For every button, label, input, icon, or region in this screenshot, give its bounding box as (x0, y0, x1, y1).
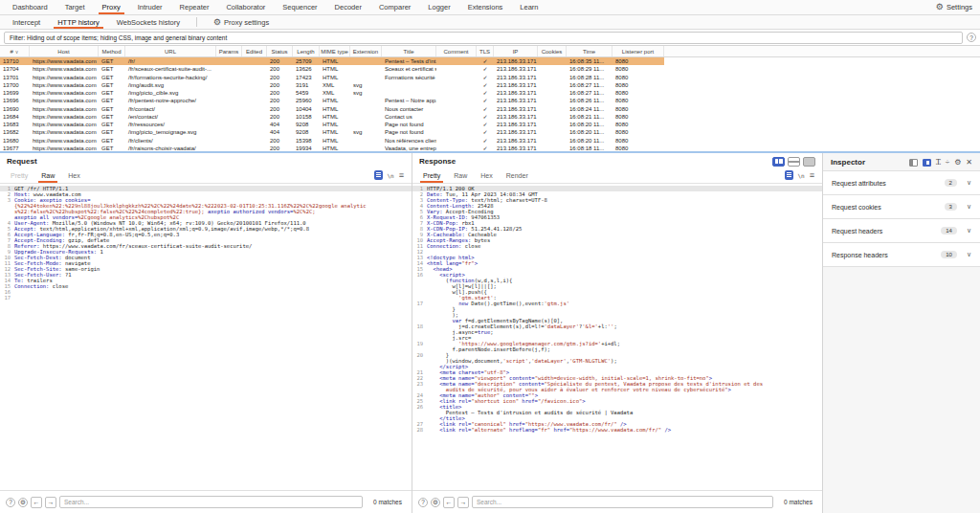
column-header-ip[interactable]: IP (494, 46, 538, 56)
inspector-close-icon[interactable]: ✕ (966, 159, 972, 167)
column-header-cookies[interactable]: Cookies (538, 46, 567, 56)
chevron-down-icon[interactable]: ∨ (967, 251, 971, 258)
history-row[interactable]: 13699https://www.vaadata.comGET/img/pict… (0, 89, 664, 97)
request-tab-pretty[interactable]: Pretty (4, 170, 34, 183)
search-help-icon[interactable]: ? (418, 498, 428, 507)
cell-mime-type: XML (320, 81, 350, 89)
column-header-length[interactable]: Length (293, 46, 320, 56)
history-row[interactable]: 13701https://www.vaadata.comGET/fr/forma… (0, 74, 664, 81)
layout-single-icon[interactable] (803, 157, 815, 167)
column-header-status[interactable]: Status (267, 46, 293, 56)
menu-tab-logger[interactable]: Logger (419, 0, 458, 14)
history-row[interactable]: 13696https://www.vaadata.comGET/fr/pente… (0, 97, 664, 104)
filter-box[interactable]: Filter: Hiding out of scope items; hidin… (4, 32, 963, 44)
menu-tab-extensions[interactable]: Extensions (459, 0, 512, 14)
subtab-http-history[interactable]: HTTP history (49, 15, 108, 29)
response-tab-pretty[interactable]: Pretty (416, 170, 447, 183)
menu-tab-proxy[interactable]: Proxy (94, 0, 129, 14)
search-next-icon[interactable]: → (45, 497, 56, 508)
menu-tab-intruder[interactable]: Intruder (129, 0, 171, 14)
show-newlines-icon[interactable]: \n (798, 172, 805, 179)
menu-tab-sequencer[interactable]: Sequencer (274, 0, 325, 14)
column-header-method[interactable]: Method (99, 46, 125, 56)
history-row[interactable]: 13683https://www.vaadata.comGET/fr/resso… (0, 121, 664, 128)
column-header-title[interactable]: Title (382, 46, 436, 56)
search-prev-icon[interactable]: ← (31, 497, 42, 508)
column-header-tls[interactable]: TLS (477, 46, 494, 56)
column-header-edited[interactable]: Edited (242, 46, 267, 56)
request-search-input[interactable] (59, 496, 363, 508)
response-editor[interactable]: 1HTTP/1.1 200 OK2Date: Tue, 11 Apr 2023 … (412, 184, 822, 490)
cell-method: GET (99, 74, 125, 81)
cell-#: 13704 (0, 65, 30, 73)
response-tab-raw[interactable]: Raw (447, 170, 474, 183)
menu-tab-dashboard[interactable]: Dashboard (4, 0, 56, 14)
request-search-matches: 0 matches (373, 499, 402, 505)
inspector-section-request-cookies[interactable]: Request cookies3∨ (823, 195, 980, 219)
menu-tab-target[interactable]: Target (56, 0, 94, 14)
cell-edited (242, 113, 267, 121)
filter-bar[interactable]: Filter: Hiding out of scope items; hidin… (0, 30, 980, 46)
chevron-down-icon[interactable]: ∨ (967, 179, 971, 187)
show-newlines-icon[interactable]: \n (388, 172, 394, 179)
menu-tab-decoder[interactable]: Decoder (326, 0, 370, 14)
cell-#: 13701 (0, 74, 30, 81)
cell-extension (350, 105, 382, 113)
proxy-settings-button[interactable]: ⚙ Proxy settings (205, 15, 278, 29)
column-header-url[interactable]: URL (125, 46, 216, 56)
request-editor[interactable]: 1GET /fr/ HTTP/1.12Host: www.vaadata.com… (0, 184, 412, 490)
search-next-icon[interactable]: → (457, 497, 469, 508)
history-row[interactable]: 13710https://www.vaadata.comGET/fr/20025… (0, 57, 664, 65)
cell-extension (350, 97, 382, 104)
history-row[interactable]: 13690https://www.vaadata.comGET/fr/conta… (0, 105, 664, 113)
inspector-view-left-icon[interactable] (909, 159, 918, 167)
column-header-params[interactable]: Params (216, 46, 242, 56)
subtab-intercept[interactable]: Intercept (4, 15, 49, 29)
menu-tab-repeater[interactable]: Repeater (171, 0, 218, 14)
request-tab-raw[interactable]: Raw (34, 170, 61, 183)
pretty-print-icon[interactable] (374, 170, 383, 180)
split-view-icon[interactable]: ÷ (946, 159, 949, 167)
chevron-down-icon[interactable]: ∨ (967, 203, 971, 211)
menu-tab-comparer[interactable]: Comparer (370, 0, 419, 14)
search-prev-icon[interactable]: ← (443, 497, 455, 508)
column-header-time[interactable]: Time (567, 46, 612, 56)
menu-tab-learn[interactable]: Learn (511, 0, 546, 14)
column-header-mime-type[interactable]: MIME type (320, 46, 350, 56)
history-row[interactable]: 13700https://www.vaadata.comGET/img/audi… (0, 81, 664, 89)
editor-menu-icon[interactable]: ≡ (810, 171, 814, 180)
layout-rows-icon[interactable] (788, 157, 800, 167)
history-row[interactable]: 13682https://www.vaadata.comGET/img/pict… (0, 128, 664, 136)
history-row[interactable]: 13680https://www.vaadata.comGET/fr/clien… (0, 137, 664, 145)
inspector-view-right-icon[interactable] (923, 159, 931, 167)
inspector-settings-icon[interactable]: ⚙ (954, 159, 961, 167)
cell-ip: 213.186.33.171 (494, 65, 538, 73)
history-row[interactable]: 13704https://www.vaadata.comGET/fr/sceau… (0, 65, 664, 73)
search-help-icon[interactable]: ? (6, 498, 15, 507)
text-width-icon[interactable]: Ɪ (936, 159, 941, 167)
column-header-host[interactable]: Host (30, 46, 99, 56)
column-header-#[interactable]: #∨ (0, 46, 30, 56)
inspector-section-request-headers[interactable]: Request headers14∨ (823, 219, 980, 243)
search-settings-icon[interactable]: ⚙ (431, 498, 440, 507)
response-tab-render[interactable]: Render (500, 170, 535, 183)
chevron-down-icon[interactable]: ∨ (967, 227, 971, 234)
inspector-section-request-attributes[interactable]: Request attributes2∨ (823, 171, 980, 195)
request-tab-hex[interactable]: Hex (61, 170, 86, 183)
settings-button[interactable]: ⚙ Settings (928, 0, 980, 14)
response-tab-hex[interactable]: Hex (474, 170, 499, 183)
filter-help-icon[interactable]: ? (967, 33, 976, 42)
column-header-comment[interactable]: Comment (436, 46, 477, 56)
menu-tab-collaborator[interactable]: Collaborator (217, 0, 274, 14)
history-row[interactable]: 13677https://www.vaadata.comGET/fr/raiso… (0, 145, 664, 151)
inspector-section-response-headers[interactable]: Response headers10∨ (823, 243, 980, 267)
column-header-listener-port[interactable]: Listener port (612, 46, 664, 56)
search-settings-icon[interactable]: ⚙ (18, 498, 28, 507)
layout-columns-icon[interactable] (772, 157, 785, 167)
editor-menu-icon[interactable]: ≡ (399, 171, 404, 180)
column-header-extension[interactable]: Extension (350, 46, 382, 56)
history-row[interactable]: 13684https://www.vaadata.comGET/en/conta… (0, 113, 664, 121)
subtab-websockets-history[interactable]: WebSockets history (108, 15, 189, 29)
response-search-input[interactable] (472, 496, 773, 508)
pretty-print-icon[interactable] (785, 170, 793, 180)
